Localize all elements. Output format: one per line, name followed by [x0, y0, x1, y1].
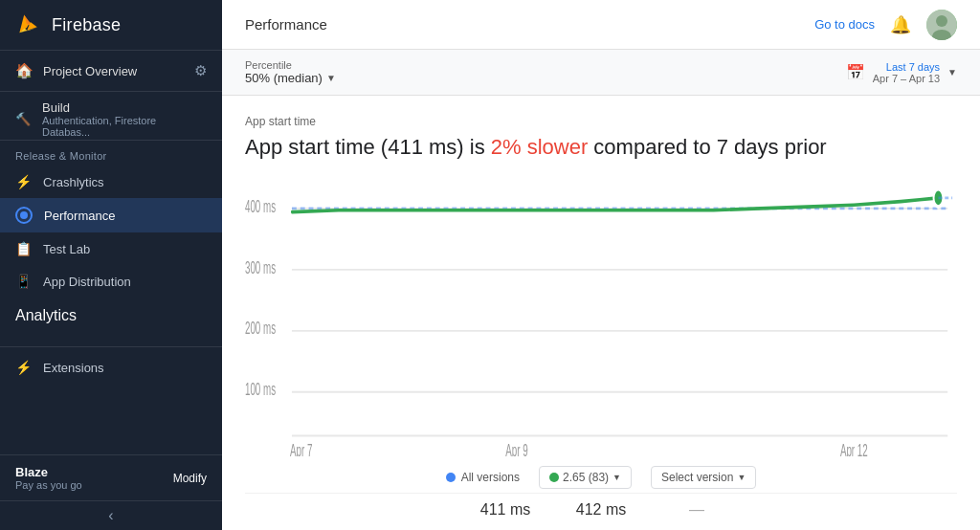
date-range-text: Last 7 days Apr 7 – Apr 13: [873, 61, 940, 84]
extensions-label: Extensions: [43, 361, 104, 375]
sidebar-item-appdistribution[interactable]: 📱 App Distribution: [0, 265, 222, 298]
all-versions-label: All versions: [461, 471, 520, 484]
collapse-button[interactable]: ‹: [0, 500, 222, 530]
blaze-plan-label: Blaze: [15, 465, 82, 479]
extensions-icon: ⚡: [15, 360, 32, 375]
blaze-section: Blaze Pay as you go Modify: [0, 455, 222, 500]
firebase-logo-icon: [15, 11, 42, 38]
all-versions-dot: [446, 473, 456, 482]
testlab-label: Test Lab: [43, 242, 90, 256]
crashlytics-icon: ⚡: [15, 174, 32, 189]
notifications-icon[interactable]: 🔔: [890, 14, 911, 35]
headline-prefix: App start time (411 ms) is: [245, 135, 491, 159]
sidebar-item-extensions[interactable]: ⚡ Extensions: [0, 351, 222, 384]
build-sublabel: Authentication, Firestore Databas...: [42, 115, 207, 138]
analytics-label: Analytics: [0, 298, 222, 328]
svg-text:Apr 9: Apr 9: [505, 441, 527, 456]
settings-icon[interactable]: ⚙: [194, 62, 207, 79]
user-avatar[interactable]: [926, 10, 957, 40]
blaze-sublabel: Pay as you go: [15, 479, 82, 491]
percentile-text: 50% (median): [245, 71, 323, 85]
testlab-icon: 📋: [15, 241, 32, 256]
svg-point-1: [936, 15, 947, 27]
select-version-arrow-icon: ▼: [737, 473, 746, 482]
app-title: Firebase: [52, 15, 121, 35]
metric-v265: 412 ms: [572, 501, 630, 519]
calendar-icon: 📅: [846, 63, 865, 81]
metric-v265-value: 412 ms: [576, 501, 626, 519]
topbar-right: Go to docs 🔔: [814, 10, 957, 40]
home-icon: 🏠: [15, 62, 33, 79]
main-content: Performance Go to docs 🔔 Percentile 50% …: [222, 0, 980, 530]
date-range-label: Last 7 days: [886, 61, 940, 73]
build-icon: 🔨: [15, 112, 31, 126]
filter-bar: Percentile 50% (median) ▼ 📅 Last 7 days …: [222, 50, 980, 96]
appdistribution-label: App Distribution: [43, 275, 131, 289]
date-range-arrow-icon: ▼: [947, 67, 957, 77]
legend-all-versions: All versions: [446, 471, 520, 484]
select-version-label: Select version: [661, 471, 733, 484]
project-overview-item[interactable]: 🏠 Project Overview ⚙: [0, 51, 222, 91]
date-range-sub: Apr 7 – Apr 13: [873, 73, 940, 84]
svg-text:Apr 12: Apr 12: [840, 441, 868, 456]
chart-headline: App start time (411 ms) is 2% slower com…: [245, 134, 957, 162]
svg-text:200 ms: 200 ms: [245, 319, 276, 338]
percentile-selector[interactable]: Percentile 50% (median) ▼: [245, 59, 336, 85]
headline-suffix: compared to 7 days prior: [588, 135, 826, 159]
appdistribution-icon: 📱: [15, 274, 32, 289]
sidebar-item-performance[interactable]: Performance: [0, 198, 222, 232]
chart-area: App start time App start time (411 ms) i…: [222, 96, 980, 530]
topbar: Performance Go to docs 🔔: [222, 0, 980, 50]
blaze-info: Blaze Pay as you go: [15, 465, 82, 491]
metric-other-value: —: [689, 501, 704, 519]
sidebar-item-build[interactable]: 🔨 Build Authentication, Firestore Databa…: [0, 92, 222, 140]
svg-text:400 ms: 400 ms: [245, 196, 276, 215]
percentile-arrow-icon: ▼: [326, 73, 336, 83]
chart-section-label: App start time: [245, 115, 957, 128]
sidebar-bottom: Blaze Pay as you go Modify ‹: [0, 454, 222, 530]
svg-text:Apr 7: Apr 7: [290, 441, 312, 456]
version-265-arrow-icon: ▼: [612, 473, 621, 482]
version-265-dot: [549, 473, 559, 482]
sidebar-item-crashlytics[interactable]: ⚡ Crashlytics: [0, 166, 222, 198]
chart-legend: All versions 2.65 (83) ▼ Select version …: [245, 456, 957, 493]
percentile-value[interactable]: 50% (median) ▼: [245, 71, 336, 85]
modify-button[interactable]: Modify: [173, 472, 207, 485]
metric-other: —: [668, 501, 725, 519]
project-overview-label: Project Overview: [43, 64, 137, 78]
version-265-selector[interactable]: 2.65 (83) ▼: [539, 466, 632, 489]
date-range-selector[interactable]: 📅 Last 7 days Apr 7 – Apr 13 ▼: [846, 61, 957, 84]
percentile-label: Percentile: [245, 59, 336, 71]
performance-chart: 400 ms 300 ms 200 ms 100 ms Apr 7 Apr 9 …: [245, 177, 957, 456]
sidebar-item-testlab[interactable]: 📋 Test Lab: [0, 232, 222, 265]
performance-icon: [15, 207, 33, 224]
chart-container: 400 ms 300 ms 200 ms 100 ms Apr 7 Apr 9 …: [245, 177, 957, 456]
sidebar: Firebase 🏠 Project Overview ⚙ 🔨 Build Au…: [0, 0, 222, 530]
svg-text:100 ms: 100 ms: [245, 380, 276, 399]
metric-all-value: 411 ms: [480, 501, 530, 519]
metrics-row: 411 ms 412 ms —: [245, 493, 957, 530]
collapse-icon: ‹: [108, 507, 113, 524]
version-265-label: 2.65 (83): [563, 471, 609, 484]
release-monitor-label: Release & Monitor: [0, 141, 222, 166]
headline-highlight: 2% slower: [491, 135, 588, 159]
svg-text:300 ms: 300 ms: [245, 257, 276, 276]
performance-label: Performance: [44, 209, 115, 223]
go-to-docs-link[interactable]: Go to docs: [814, 17, 875, 32]
select-version-button[interactable]: Select version ▼: [651, 466, 756, 489]
crashlytics-label: Crashlytics: [43, 175, 104, 189]
metric-all-versions: 411 ms: [477, 501, 534, 519]
sidebar-header: Firebase: [0, 0, 222, 50]
build-label: Build: [42, 100, 207, 115]
page-title: Performance: [245, 16, 327, 33]
